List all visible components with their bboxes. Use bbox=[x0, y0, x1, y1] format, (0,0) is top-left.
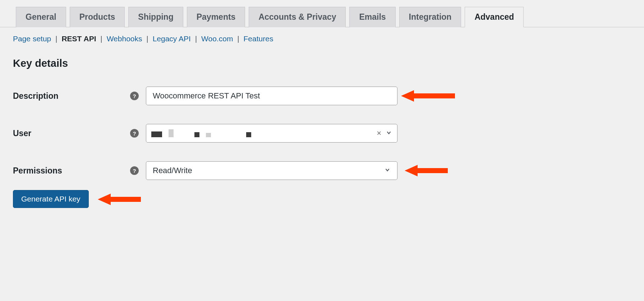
chevron-down-icon bbox=[384, 166, 391, 175]
svg-marker-2 bbox=[98, 194, 141, 205]
tab-general[interactable]: General bbox=[16, 7, 66, 27]
annotation-arrow-icon bbox=[401, 89, 455, 102]
advanced-subnav: Page setup | REST API | Webhooks | Legac… bbox=[0, 27, 644, 43]
annotation-arrow-icon bbox=[405, 164, 448, 177]
submit-area: Generate API key bbox=[0, 180, 644, 208]
subnav-separator: | bbox=[144, 34, 150, 43]
user-redacted-value bbox=[151, 129, 251, 137]
generate-api-key-button[interactable]: Generate API key bbox=[13, 190, 89, 208]
subnav-webhooks[interactable]: Webhooks bbox=[107, 34, 142, 43]
svg-marker-0 bbox=[401, 90, 455, 102]
subnav-separator: | bbox=[98, 34, 104, 43]
subnav-features[interactable]: Features bbox=[244, 34, 273, 43]
row-user: User ? × bbox=[13, 124, 631, 143]
label-permissions: Permissions bbox=[13, 166, 62, 176]
tab-emails[interactable]: Emails bbox=[349, 7, 395, 27]
description-input[interactable] bbox=[146, 87, 397, 105]
subnav-page-setup[interactable]: Page setup bbox=[13, 34, 51, 43]
page-title: Key details bbox=[0, 43, 644, 69]
clear-icon[interactable]: × bbox=[377, 129, 381, 137]
help-icon[interactable]: ? bbox=[130, 166, 139, 175]
permissions-select[interactable]: Read/Write bbox=[146, 161, 397, 180]
subnav-woo-com[interactable]: Woo.com bbox=[201, 34, 233, 43]
subnav-rest-api[interactable]: REST API bbox=[61, 34, 96, 43]
subnav-separator: | bbox=[235, 34, 241, 43]
help-icon[interactable]: ? bbox=[130, 129, 139, 138]
user-select[interactable]: × bbox=[146, 124, 397, 143]
annotation-arrow-icon bbox=[98, 193, 141, 206]
key-details-form: Description ? User ? bbox=[0, 69, 644, 180]
tab-payments[interactable]: Payments bbox=[187, 7, 245, 27]
row-permissions: Permissions ? Read/Write bbox=[13, 161, 631, 180]
permissions-value: Read/Write bbox=[153, 166, 192, 175]
tab-accounts-privacy[interactable]: Accounts & Privacy bbox=[249, 7, 346, 27]
subnav-legacy-api[interactable]: Legacy API bbox=[153, 34, 191, 43]
row-description: Description ? bbox=[13, 87, 631, 105]
tab-advanced[interactable]: Advanced bbox=[465, 7, 524, 27]
tab-products[interactable]: Products bbox=[70, 7, 125, 27]
svg-marker-1 bbox=[405, 165, 448, 176]
label-user: User bbox=[13, 129, 31, 138]
label-description: Description bbox=[13, 91, 59, 101]
settings-tabs: General Products Shipping Payments Accou… bbox=[0, 0, 644, 27]
tab-shipping[interactable]: Shipping bbox=[128, 7, 183, 27]
subnav-separator: | bbox=[53, 34, 59, 43]
help-icon[interactable]: ? bbox=[130, 92, 139, 100]
subnav-separator: | bbox=[193, 34, 199, 43]
tab-integration[interactable]: Integration bbox=[399, 7, 461, 27]
chevron-down-icon[interactable] bbox=[386, 130, 392, 137]
